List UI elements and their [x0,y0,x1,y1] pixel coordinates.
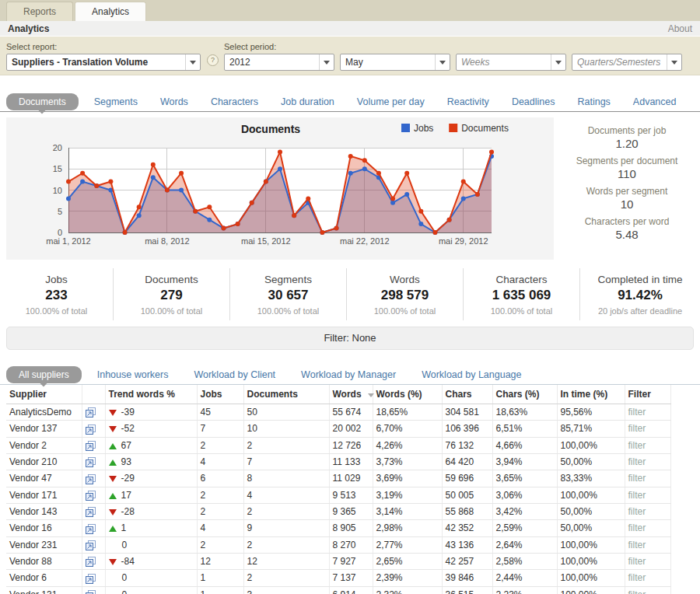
row-filter-link[interactable]: filter [628,556,646,567]
summary-segments: Segments30 657100.00% of total [229,268,346,320]
cell-documents: 12 [243,553,329,569]
col-header-jobs[interactable]: Jobs [197,385,243,404]
open-in-new-window-icon[interactable] [86,425,96,435]
cell-chars-pct: 18,63% [492,404,557,421]
period-select-value: Weeks [457,57,551,68]
supplier-tab-workload-by-language[interactable]: Workload by Language [422,369,521,380]
report-tab-words[interactable]: Words [160,96,188,107]
col-header-words[interactable]: Words (%) [373,385,442,404]
row-filter-link[interactable]: filter [628,540,646,550]
cell-words-pct: 3,73% [373,453,442,470]
summary-jobs: Jobs233100.00% of total [0,268,113,320]
period-select-2[interactable]: May [340,54,450,71]
col-header-in-time[interactable]: In time (%) [557,385,625,404]
cell-in-time: 85,71% [557,421,625,437]
row-filter-link[interactable]: filter [628,572,646,583]
open-in-new-window-icon[interactable] [86,441,96,451]
summary-subtext: 100.00% of total [114,306,229,316]
table-row: Vendor 143-28229 3653,14%55 8683,42%50,0… [6,503,670,519]
supplier-tab-workload-by-client[interactable]: Workload by Client [194,369,275,380]
open-in-new-window-icon[interactable] [86,474,96,484]
report-tab-characters[interactable]: Characters [211,96,258,107]
period-select-1[interactable]: 2012 [224,54,334,71]
cell-supplier: AnalyticsDemo [6,404,82,421]
documents-area-chart[interactable]: 05101520mai 1, 2012mai 8, 2012mai 15, 20… [6,117,554,260]
report-tab-volume-per-day[interactable]: Volume per day [357,96,425,107]
row-filter-link[interactable]: filter [628,589,646,594]
report-tab-segments[interactable]: Segments [94,96,138,107]
period-select-3[interactable]: Weeks [456,54,566,71]
report-tab-reactivity[interactable]: Reactivity [447,96,489,107]
sort-desc-icon [368,393,374,397]
cell-words: 7 137 [329,570,373,586]
select-report-label: Select report: [6,42,57,51]
supplier-tab-all-suppliers[interactable]: All suppliers [6,366,82,383]
cell-open-icon [82,437,105,453]
table-row: Vendor 1310136 9142,32%36 5152,23%100,00… [6,586,670,594]
cell-chars-pct: 3,42% [492,503,557,519]
row-filter-link[interactable]: filter [628,423,646,434]
cell-documents: 4 [243,487,329,503]
cell-in-time: 95,56% [557,404,625,421]
open-in-new-window-icon[interactable] [86,491,96,501]
col-header-filter[interactable]: Filter [625,385,670,404]
row-filter-link[interactable]: filter [628,490,646,501]
summary-value: 91.42% [580,288,700,303]
cell-words: 12 726 [329,437,373,453]
col-header-trend-words[interactable]: Trend words % [105,385,197,404]
filter-bar[interactable]: Filter: None [6,327,694,350]
row-filter-link[interactable]: filter [628,506,646,517]
window-tab-reports[interactable]: Reports [6,2,73,21]
open-in-new-window-icon[interactable] [86,407,96,418]
period-select-value: Quarters/Semesters [572,57,667,68]
open-in-new-window-icon[interactable] [86,557,96,567]
row-filter-link[interactable]: filter [628,473,646,484]
cell-chars-pct: 3,65% [492,470,557,487]
trend-down-icon [109,426,117,432]
table-row: Vendor 161498 9052,98%42 3522,59%50,00%f… [6,520,670,536]
cell-chars-pct: 2,58% [492,553,557,569]
open-in-new-window-icon[interactable] [86,540,96,550]
row-filter-link[interactable]: filter [628,407,646,418]
report-tab-job-duration[interactable]: Job duration [281,96,334,107]
cell-words-pct: 3,14% [373,503,442,519]
row-filter-link[interactable]: filter [628,522,646,533]
open-in-new-window-icon[interactable] [86,524,96,534]
trend-down-icon [109,509,117,515]
col-header-supplier[interactable]: Supplier [6,385,82,404]
cell-jobs: 2 [197,437,243,453]
open-in-new-window-icon[interactable] [86,590,96,594]
row-filter-link[interactable]: filter [628,440,646,451]
col-header-words[interactable]: Words [329,385,373,404]
period-selects: 2012MayWeeksQuarters/Semesters [224,54,682,71]
col-header-chars[interactable]: Chars [442,385,492,404]
open-in-new-window-icon[interactable] [86,457,96,467]
report-tab-ratings[interactable]: Ratings [577,96,610,107]
report-select[interactable]: Suppliers - Translation Volume [6,54,201,71]
cell-words-pct: 6,70% [373,421,442,437]
cell-words-pct: 3,69% [373,470,442,487]
cell-filter: filter [625,586,670,594]
select-period-label: Select period: [224,42,276,51]
row-filter-link[interactable]: filter [628,456,646,467]
about-link[interactable]: About [668,23,692,34]
cell-in-time: 100,00% [557,437,625,453]
report-tab-documents[interactable]: Documents [6,93,79,110]
window-tab-analytics[interactable]: Analytics [75,2,146,21]
supplier-tab-workload-by-manager[interactable]: Workload by Manager [301,369,396,380]
chevron-down-icon [667,54,681,70]
open-in-new-window-icon[interactable] [86,574,96,584]
col-header-documents[interactable]: Documents [243,385,329,404]
period-select-4[interactable]: Quarters/Semesters [572,54,682,71]
help-icon[interactable]: ? [207,54,219,66]
report-tab-deadlines[interactable]: Deadlines [512,96,555,107]
cell-in-time: 100,00% [557,553,625,569]
open-in-new-window-icon[interactable] [86,507,96,517]
cell-in-time: 100,00% [557,570,625,586]
supplier-tab-inhouse-workers[interactable]: Inhouse workers [97,369,169,380]
trend-value: 1 [121,522,127,533]
summary-label: Words [347,274,463,285]
col-header-chars[interactable]: Chars (%) [492,385,557,404]
report-tab-advanced[interactable]: Advanced [633,96,677,107]
table-row: Vendor 2672212 7264,26%76 1324,66%100,00… [6,437,670,453]
